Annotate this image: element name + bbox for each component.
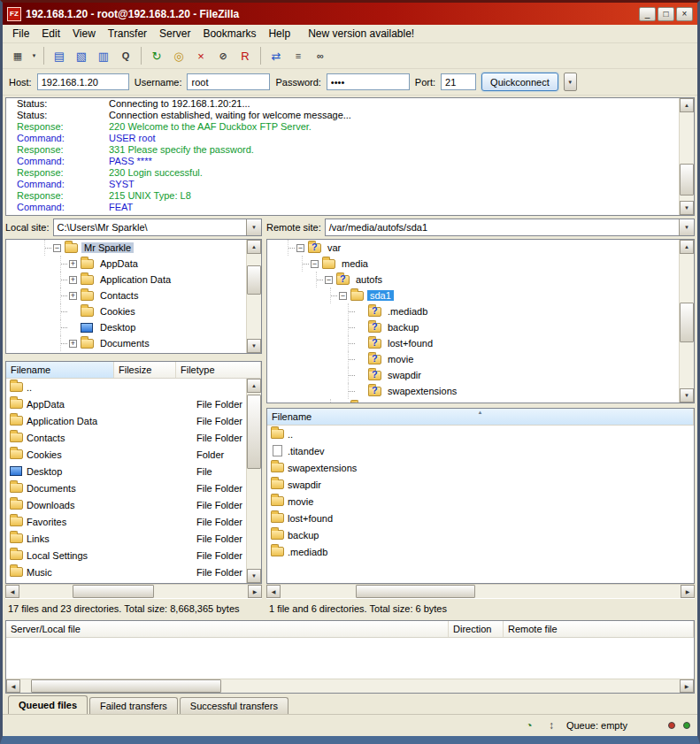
tree-item-label[interactable]: lost+found: [385, 338, 435, 349]
file-row[interactable]: CookiesFolder: [6, 446, 246, 463]
file-row[interactable]: Application DataFile Folder: [6, 412, 246, 429]
scroll-down-button[interactable]: ▼: [247, 569, 261, 583]
local-tree-vertical-scrollbar[interactable]: ▲ ▼: [246, 240, 261, 353]
column-header-server-local-file[interactable]: Server/Local file: [6, 621, 449, 637]
remote-site-value[interactable]: /var/media/autofs/sda1: [326, 219, 679, 235]
tree-item-label[interactable]: Cookies: [97, 306, 138, 317]
cancel-icon[interactable]: ×: [190, 46, 212, 65]
tree-item[interactable]: −Mr Sparkle: [6, 240, 261, 256]
tree-item-label[interactable]: swapdir: [385, 370, 424, 380]
tree-item[interactable]: −var: [267, 240, 694, 256]
file-row[interactable]: ..: [6, 379, 246, 395]
speed-limits-icon[interactable]: ◔: [522, 718, 536, 732]
remote-site-dropdown-icon[interactable]: ▼: [679, 219, 694, 235]
tree-item-label[interactable]: Contacts: [97, 290, 141, 301]
local-site-value[interactable]: C:\Users\Mr Sparkle\: [54, 219, 246, 235]
tree-item[interactable]: movie: [267, 351, 694, 367]
expander-icon[interactable]: −: [325, 276, 333, 284]
tree-item[interactable]: +Application Data: [6, 272, 261, 288]
scrollbar-track[interactable]: [680, 254, 694, 388]
scroll-left-button[interactable]: ◀: [6, 679, 20, 693]
expander-icon[interactable]: −: [311, 260, 319, 268]
scrollbar-thumb[interactable]: [247, 265, 261, 295]
scrollbar-track[interactable]: [680, 112, 694, 201]
tree-item[interactable]: .mediadb: [267, 303, 694, 319]
local-site-dropdown-icon[interactable]: ▼: [246, 219, 261, 235]
column-header-remote-file[interactable]: Remote file: [504, 621, 694, 637]
file-row[interactable]: backup: [267, 526, 694, 543]
transfer-direction-icon[interactable]: ↕: [544, 718, 558, 732]
remote-tree-vertical-scrollbar[interactable]: ▲ ▼: [679, 240, 694, 403]
close-button[interactable]: ×: [676, 7, 693, 21]
scroll-right-button[interactable]: ▶: [248, 585, 262, 598]
queue-horizontal-scrollbar[interactable]: ◀ ▶: [6, 679, 694, 693]
scroll-left-button[interactable]: ◀: [266, 585, 281, 598]
expander-icon[interactable]: +: [69, 292, 77, 300]
site-manager-dropdown-icon[interactable]: ▼: [29, 46, 39, 65]
tree-item[interactable]: −media: [267, 256, 694, 272]
remote-site-combo[interactable]: /var/media/autofs/sda1 ▼: [325, 219, 695, 236]
file-row[interactable]: .mediadb: [267, 543, 694, 560]
local-splitter[interactable]: [5, 354, 262, 361]
scroll-up-button[interactable]: ▲: [247, 379, 261, 393]
expander-icon[interactable]: +: [69, 276, 77, 284]
toggle-message-log-icon[interactable]: ▤: [49, 46, 70, 65]
local-horizontal-scrollbar[interactable]: ◀ ▶: [5, 584, 262, 598]
file-row[interactable]: swapextensions: [267, 459, 694, 476]
scroll-right-button[interactable]: ▶: [681, 585, 695, 598]
menu-new-version[interactable]: New version available!: [302, 26, 420, 42]
file-row[interactable]: DesktopFile: [6, 463, 246, 479]
column-header-filename[interactable]: Filename▲: [267, 409, 694, 425]
scrollbar-thumb[interactable]: [356, 585, 475, 598]
menu-edit[interactable]: Edit: [35, 26, 66, 42]
expander-icon[interactable]: −: [53, 244, 61, 252]
tree-item[interactable]: +AppData: [6, 256, 261, 272]
file-row[interactable]: AppDataFile Folder: [6, 395, 246, 412]
reconnect-icon[interactable]: R: [235, 46, 256, 65]
scrollbar-track[interactable]: [247, 254, 261, 339]
menu-bookmarks[interactable]: Bookmarks: [196, 26, 262, 42]
expander-icon[interactable]: −: [339, 292, 347, 300]
tab-failed-transfers[interactable]: Failed transfers: [89, 697, 178, 714]
host-input[interactable]: [37, 73, 129, 90]
file-row[interactable]: FavoritesFile Folder: [6, 513, 246, 530]
scrollbar-track[interactable]: [247, 393, 261, 569]
scroll-left-button[interactable]: ◀: [5, 585, 19, 598]
scrollbar-thumb[interactable]: [31, 679, 221, 693]
tree-item[interactable]: −autofs: [267, 272, 694, 288]
tree-item-label[interactable]: Mr Sparkle: [81, 242, 134, 253]
disconnect-icon[interactable]: ⊘: [212, 46, 234, 65]
tree-item[interactable]: +Documents: [6, 335, 261, 351]
tree-item-label[interactable]: backup: [385, 322, 421, 333]
menu-transfer[interactable]: Transfer: [102, 26, 153, 42]
tree-item-label[interactable]: Application Data: [97, 274, 173, 285]
tree-item-label[interactable]: autofs: [353, 274, 385, 285]
local-site-combo[interactable]: C:\Users\Mr Sparkle\ ▼: [53, 219, 262, 236]
toggle-remote-tree-icon[interactable]: ▥: [93, 46, 114, 65]
tree-item-label[interactable]: var: [325, 242, 343, 253]
tree-item[interactable]: swapdir: [267, 367, 694, 383]
local-list-vertical-scrollbar[interactable]: ▲ ▼: [246, 379, 261, 583]
toggle-local-tree-icon[interactable]: ▧: [71, 46, 92, 65]
file-row[interactable]: .titandev: [267, 442, 694, 459]
remote-horizontal-scrollbar[interactable]: ◀ ▶: [266, 584, 695, 598]
file-row[interactable]: DocumentsFile Folder: [6, 479, 246, 496]
menu-help[interactable]: Help: [262, 26, 296, 42]
tree-item[interactable]: lost+found: [267, 335, 694, 351]
file-row[interactable]: ContactsFile Folder: [6, 429, 246, 446]
expander-icon[interactable]: −: [296, 244, 304, 252]
column-header-direction[interactable]: Direction: [449, 621, 504, 637]
process-queue-icon[interactable]: ◎: [168, 46, 189, 65]
file-row[interactable]: movie: [267, 493, 694, 510]
file-row[interactable]: ..: [267, 426, 694, 442]
tree-item-label[interactable]: swapextensions: [385, 386, 459, 396]
file-row[interactable]: DownloadsFile Folder: [6, 496, 246, 513]
expander-icon[interactable]: +: [339, 403, 347, 404]
scroll-down-button[interactable]: ▼: [247, 339, 261, 353]
tree-item-label[interactable]: Desktop: [97, 322, 138, 333]
scrollbar-track[interactable]: [281, 585, 681, 598]
directory-comparison-icon[interactable]: ⇄: [265, 46, 287, 65]
file-row[interactable]: swapdir: [267, 476, 694, 493]
refresh-icon[interactable]: ↻: [146, 46, 167, 65]
tree-item[interactable]: swapextensions: [267, 383, 694, 399]
